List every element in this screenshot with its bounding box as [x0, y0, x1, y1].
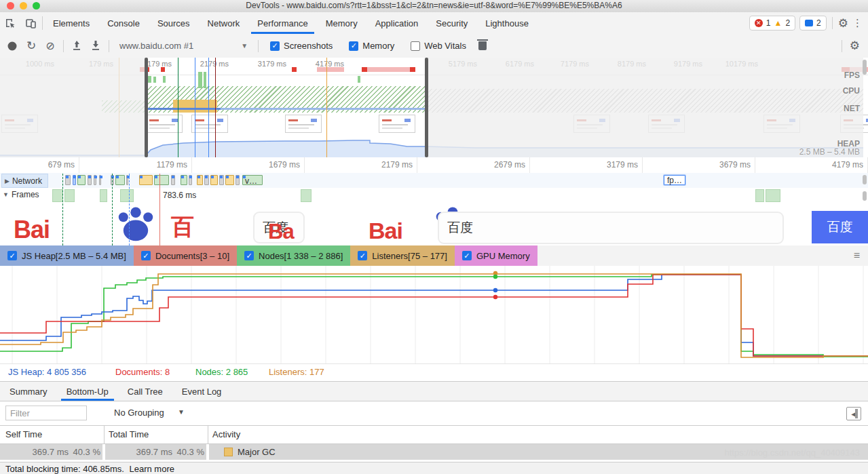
network-request[interactable] — [189, 175, 192, 185]
learn-more-link[interactable]: Learn more — [130, 464, 174, 474]
column-header-self-time[interactable]: Self Time — [5, 429, 42, 439]
tab-console[interactable]: Console — [98, 12, 149, 34]
tab-summary[interactable]: Summary — [0, 382, 57, 401]
frame-bar[interactable] — [100, 189, 107, 202]
counter-documents: Documents: 8 — [115, 367, 170, 377]
web-vitals-checkbox[interactable] — [411, 41, 420, 51]
network-request[interactable] — [181, 175, 187, 185]
filter-toolbar: No Grouping ▼ ◀ — [0, 401, 868, 426]
selection-handle-right[interactable] — [425, 58, 428, 157]
device-toolbar-icon[interactable] — [20, 12, 41, 34]
network-request[interactable] — [235, 175, 240, 185]
frame-bar[interactable] — [52, 189, 63, 202]
tab-lighthouse[interactable]: Lighthouse — [476, 12, 537, 34]
screenshots-checkbox[interactable]: ✓ — [270, 41, 280, 51]
legend-nodes[interactable]: ✓Nodes[1 338 – 2 886] — [237, 245, 350, 266]
fps-bar — [198, 72, 202, 88]
tracks-scrollbar-thumb[interactable] — [863, 191, 867, 201]
legend-documents[interactable]: ✓Documents[3 – 10] — [134, 245, 237, 266]
network-request-fp[interactable]: fp… — [664, 175, 685, 185]
legend-js-heap[interactable]: ✓JS Heap[2.5 MB – 5.4 MB] — [0, 245, 134, 266]
network-request[interactable] — [171, 175, 175, 185]
timeline-overview[interactable]: 1000 ms179 ms1179 ms2179 ms3179 ms4179 m… — [0, 58, 868, 157]
net-band-dark — [146, 108, 221, 110]
frames-track[interactable]: ▼ Frames 783.6 ms — [0, 188, 868, 204]
frame-bar[interactable] — [301, 189, 312, 202]
error-icon: ✕ — [755, 19, 763, 27]
inspect-element-icon[interactable] — [0, 12, 20, 34]
legend-checkbox[interactable]: ✓ — [141, 251, 151, 260]
legend-checkbox[interactable]: ✓ — [244, 251, 254, 260]
frames-track-header[interactable]: ▼ Frames — [3, 190, 39, 199]
tab-call-tree[interactable]: Call Tree — [118, 382, 172, 401]
overview-scrollbar-thumb[interactable] — [863, 60, 867, 75]
record-button[interactable] — [3, 37, 22, 55]
save-profile-icon[interactable] — [86, 37, 105, 55]
grouping-select[interactable]: No Grouping — [114, 408, 164, 418]
profile-select[interactable]: www.baidu.com #1 ▼ — [113, 41, 254, 51]
toggle-screenshots[interactable]: ✓Screenshots — [270, 41, 333, 51]
message-icon — [805, 20, 813, 26]
filter-input[interactable] — [5, 406, 87, 420]
network-track-header[interactable]: ▶ Network — [1, 174, 48, 188]
show-sidebar-icon[interactable]: ◀ — [846, 407, 861, 420]
network-request[interactable] — [204, 175, 209, 185]
network-request[interactable]: v… — [242, 175, 263, 185]
network-request[interactable] — [65, 175, 71, 185]
frame-bar[interactable] — [120, 189, 134, 202]
network-request[interactable] — [197, 175, 203, 185]
selection-handle-left[interactable] — [145, 58, 148, 157]
frame-bar[interactable] — [766, 189, 780, 202]
network-request[interactable] — [225, 175, 234, 185]
memory-chart[interactable] — [0, 266, 868, 364]
tab-bottom-up[interactable]: Bottom-Up — [57, 382, 118, 401]
tab-memory[interactable]: Memory — [317, 12, 366, 34]
network-request[interactable] — [88, 175, 92, 185]
overview-screenshot-thumbnail — [146, 115, 183, 133]
column-header-activity[interactable]: Activity — [212, 429, 240, 439]
tab-application[interactable]: Application — [366, 12, 428, 34]
frame-bar[interactable] — [64, 189, 75, 202]
load-profile-icon[interactable] — [67, 37, 86, 55]
toggle-web-vitals[interactable]: Web Vitals — [411, 41, 466, 51]
clear-button[interactable]: ⊘ — [41, 37, 60, 55]
tab-performance[interactable]: Performance — [248, 12, 316, 34]
reload-and-record-button[interactable]: ↻ — [22, 37, 41, 55]
column-header-total-time[interactable]: Total Time — [109, 429, 149, 439]
network-request[interactable] — [73, 175, 76, 185]
network-request[interactable] — [126, 175, 128, 185]
settings-gear-icon[interactable]: ⚙ — [838, 16, 848, 31]
network-request[interactable] — [94, 175, 96, 185]
network-request[interactable] — [154, 175, 169, 185]
network-request[interactable] — [139, 175, 153, 185]
toggle-memory[interactable]: ✓Memory — [349, 41, 394, 51]
tab-elements[interactable]: Elements — [44, 12, 98, 34]
tracks-scrollbar-thumb[interactable] — [863, 175, 867, 184]
network-track[interactable]: ▶ Network v…fp… — [0, 173, 868, 188]
legend-checkbox[interactable]: ✓ — [358, 251, 367, 260]
capture-settings-gear-icon[interactable]: ⚙ — [850, 39, 860, 53]
network-request[interactable] — [77, 175, 86, 185]
network-request[interactable] — [210, 175, 218, 185]
issues-badge[interactable]: ✕ 1 ▲ 2 — [749, 16, 795, 31]
overview-dim-right — [426, 58, 863, 157]
legend-checkbox[interactable]: ✓ — [462, 251, 472, 260]
memory-pane-menu-icon[interactable]: ≡ — [854, 250, 868, 262]
legend-gpu-memory[interactable]: ✓GPU Memory — [455, 245, 537, 266]
screenshots-filmstrip[interactable]: Bai百百度BaBai百度百度百度 — [0, 203, 868, 245]
tab-network[interactable]: Network — [199, 12, 249, 34]
frame-bar[interactable] — [755, 189, 764, 202]
memory-checkbox[interactable]: ✓ — [349, 41, 358, 51]
network-request[interactable] — [219, 175, 224, 185]
network-request[interactable] — [115, 175, 125, 185]
network-request[interactable] — [99, 175, 101, 185]
delete-recording-icon[interactable] — [478, 41, 487, 50]
legend-checkbox[interactable]: ✓ — [7, 251, 17, 260]
tab-security[interactable]: Security — [427, 12, 476, 34]
tab-event-log[interactable]: Event Log — [172, 382, 231, 401]
event-marker-line — [215, 58, 216, 157]
tab-sources[interactable]: Sources — [149, 12, 199, 34]
more-options-icon[interactable]: ⋮ — [852, 17, 863, 29]
legend-listeners[interactable]: ✓Listeners[75 – 177] — [350, 245, 455, 266]
messages-badge[interactable]: 2 — [799, 16, 827, 31]
